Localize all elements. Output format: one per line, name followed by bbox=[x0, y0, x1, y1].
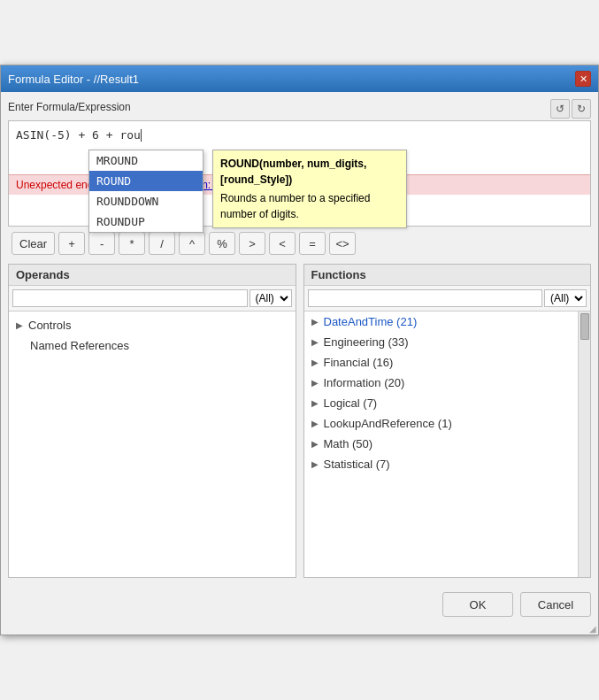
formula-text: ASIN(-5) + 6 + rou bbox=[16, 128, 141, 142]
cancel-button[interactable]: Cancel bbox=[520, 592, 591, 617]
functions-tree-item-5[interactable]: ▶LookupAndReference (1) bbox=[304, 413, 591, 434]
operands-content: ▶ Controls Named References bbox=[9, 312, 296, 577]
dialog-title: Formula Editor - //Result1 bbox=[8, 73, 139, 86]
tree-arrow-func-4: ▶ bbox=[311, 398, 319, 408]
op-plus[interactable]: + bbox=[58, 232, 85, 255]
undo-button[interactable]: ↺ bbox=[550, 99, 570, 119]
tree-arrow-func-5: ▶ bbox=[311, 419, 319, 428]
functions-header: Functions bbox=[304, 265, 591, 286]
scrollbar[interactable] bbox=[578, 312, 590, 577]
tree-label-func-6: Math (50) bbox=[324, 437, 373, 450]
operands-tree-item-controls[interactable]: ▶ Controls bbox=[9, 315, 296, 335]
functions-filter-select[interactable]: (All) bbox=[544, 289, 587, 307]
functions-tree-item-0[interactable]: ▶DateAndTime (21) bbox=[304, 312, 591, 332]
formula-area: ASIN(-5) + 6 + rou MROUND ROUND ROUNDDOW… bbox=[8, 120, 591, 227]
ok-button[interactable]: OK bbox=[442, 592, 513, 617]
bottom-bar: OK Cancel bbox=[1, 585, 598, 624]
operands-filter-row: (All) bbox=[9, 286, 296, 312]
op-multiply[interactable]: * bbox=[119, 232, 145, 255]
operands-header: Operands bbox=[9, 265, 296, 286]
op-minus[interactable]: - bbox=[88, 232, 115, 255]
functions-tree-item-3[interactable]: ▶Information (20) bbox=[304, 373, 591, 393]
function-tooltip: ROUND(number, num_digits, [round_Style])… bbox=[212, 150, 407, 228]
functions-tree-item-2[interactable]: ▶Financial (16) bbox=[304, 352, 591, 373]
close-button[interactable]: ✕ bbox=[575, 71, 591, 87]
resize-handle[interactable]: ◢ bbox=[1, 624, 598, 635]
tree-arrow-func-6: ▶ bbox=[311, 439, 319, 449]
tree-label-func-5: LookupAndReference (1) bbox=[324, 417, 452, 430]
formula-editor-dialog: Formula Editor - //Result1 ✕ Enter Formu… bbox=[0, 65, 599, 635]
tree-arrow-func-3: ▶ bbox=[311, 378, 319, 388]
autocomplete-dropdown: MROUND ROUND ROUNDDOWN ROUNDUP bbox=[88, 150, 204, 233]
tree-arrow-controls: ▶ bbox=[16, 320, 23, 330]
tree-label-func-1: Engineering (33) bbox=[324, 335, 409, 349]
autocomplete-item-round[interactable]: ROUND bbox=[89, 171, 203, 191]
functions-search-input[interactable] bbox=[308, 289, 543, 307]
autocomplete-item-rounddown[interactable]: ROUNDDOWN bbox=[89, 191, 203, 212]
tree-arrow-func-7: ▶ bbox=[311, 459, 319, 469]
tooltip-description: Rounds a number to a specified number of… bbox=[220, 190, 399, 222]
formula-input[interactable]: ASIN(-5) + 6 + rou MROUND ROUND ROUNDDOW… bbox=[9, 121, 590, 174]
functions-panel: Functions (All) ▶DateAndTime (21)▶Engine… bbox=[303, 264, 592, 578]
tree-label-func-4: Logical (7) bbox=[324, 396, 378, 410]
op-neq[interactable]: <> bbox=[329, 232, 356, 255]
functions-tree-item-4[interactable]: ▶Logical (7) bbox=[304, 393, 591, 413]
tree-label-func-0: DateAndTime (21) bbox=[324, 315, 418, 328]
tree-arrow-func-1: ▶ bbox=[311, 337, 319, 347]
tree-arrow-func-2: ▶ bbox=[311, 358, 319, 367]
autocomplete-item-roundup[interactable]: ROUNDUP bbox=[89, 212, 203, 232]
tooltip-signature: ROUND(number, num_digits, [round_Style]) bbox=[220, 156, 399, 188]
clear-button[interactable]: Clear bbox=[12, 232, 55, 255]
title-bar: Formula Editor - //Result1 ✕ bbox=[1, 65, 598, 92]
functions-tree-item-1[interactable]: ▶Engineering (33) bbox=[304, 332, 591, 352]
tree-label-func-2: Financial (16) bbox=[324, 356, 394, 369]
op-divide[interactable]: / bbox=[149, 232, 175, 255]
operands-filter-select[interactable]: (All) bbox=[250, 289, 292, 307]
operands-search-input[interactable] bbox=[12, 289, 248, 307]
tree-label-func-7: Statistical (7) bbox=[324, 458, 390, 471]
tree-label-func-3: Information (20) bbox=[324, 376, 405, 389]
autocomplete-item-mround[interactable]: MROUND bbox=[89, 150, 203, 171]
op-gt[interactable]: > bbox=[239, 232, 265, 255]
tree-label-named-refs: Named References bbox=[30, 339, 129, 352]
op-percent[interactable]: % bbox=[209, 232, 235, 255]
op-eq[interactable]: = bbox=[299, 232, 326, 255]
panels-row: Operands (All) ▶ Controls Named Referenc… bbox=[8, 264, 591, 578]
operands-panel: Operands (All) ▶ Controls Named Referenc… bbox=[8, 264, 296, 578]
redo-button[interactable]: ↻ bbox=[572, 99, 591, 119]
functions-filter-row: (All) bbox=[304, 286, 591, 312]
operands-tree-item-named-refs[interactable]: Named References bbox=[9, 335, 296, 356]
dialog-body: Enter Formula/Expression ↺ ↻ ASIN(-5) + … bbox=[1, 92, 598, 585]
functions-content: ▶DateAndTime (21)▶Engineering (33)▶Finan… bbox=[304, 312, 591, 577]
functions-tree-item-6[interactable]: ▶Math (50) bbox=[304, 434, 591, 454]
tree-label-controls: Controls bbox=[28, 319, 71, 332]
op-lt[interactable]: < bbox=[269, 232, 296, 255]
formula-label: Enter Formula/Expression bbox=[8, 99, 131, 115]
op-caret[interactable]: ^ bbox=[179, 232, 205, 255]
functions-tree-item-7[interactable]: ▶Statistical (7) bbox=[304, 454, 591, 474]
tree-arrow-func-0: ▶ bbox=[311, 317, 319, 327]
formula-cursor bbox=[141, 129, 142, 142]
functions-tree: ▶DateAndTime (21)▶Engineering (33)▶Finan… bbox=[304, 312, 591, 474]
